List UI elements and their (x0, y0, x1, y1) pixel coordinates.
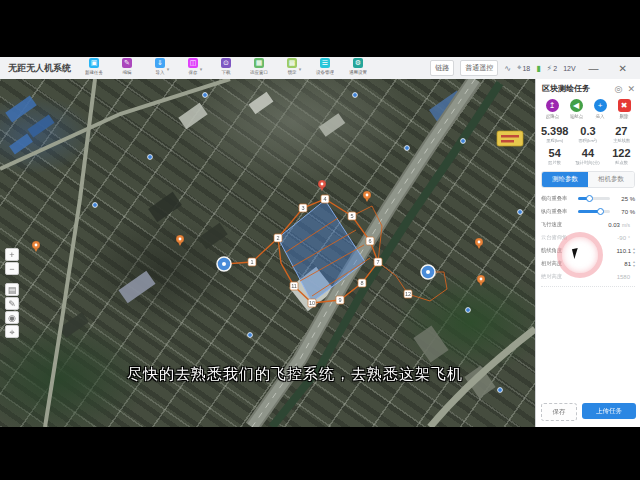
map-marker-layer: 123456789101112 (32, 93, 522, 393)
poi-dot (248, 333, 253, 338)
upload-mission-button[interactable]: 上传任务 (582, 403, 636, 419)
map-pin-icon[interactable] (363, 191, 371, 202)
action-返航点[interactable]: ◀返航点 (566, 99, 586, 119)
satellite-map[interactable]: 123456789101112 + − ▤✎◉⌖ 尽快的去熟悉我们的飞控系统，去… (0, 79, 535, 427)
toolbar-right: 链路 普通遥控 ∿⌖18▮⚡212V — ✕ (430, 60, 640, 76)
new-task-icon: ▣ (89, 58, 99, 68)
tab-survey-params[interactable]: 测绘参数 (542, 172, 588, 187)
eye-icon[interactable]: ◉ (5, 311, 19, 324)
flight-path (378, 262, 447, 301)
measure-icon[interactable]: ✎ (5, 297, 19, 310)
lock-icon: ▩ (287, 58, 297, 68)
highway-sign (497, 131, 523, 146)
drag-handle[interactable] (421, 265, 435, 279)
svg-text:8: 8 (360, 280, 363, 286)
edit-icon: ✎ (122, 58, 132, 68)
svg-text:4: 4 (323, 196, 326, 202)
stepper-arrows[interactable]: ▴▾ (633, 247, 635, 255)
poi-dot (498, 388, 503, 393)
parameter-tabs: 测绘参数 相机参数 (541, 171, 635, 188)
waypoint-marker[interactable]: 3 (299, 204, 307, 212)
video-subtitle: 尽快的去熟悉我们的飞控系统，去熟悉这架飞机 (0, 365, 535, 384)
action-删除[interactable]: ✖删除 (614, 99, 634, 119)
toolbar-fit-view[interactable]: ▦适应窗口 (246, 58, 272, 75)
divider (541, 286, 635, 287)
svg-text:2: 2 (276, 235, 279, 241)
waypoint-marker[interactable]: 12 (404, 290, 412, 298)
toolbar-download[interactable]: ⊙下载 (213, 58, 239, 75)
toolbar-save[interactable]: ◫保存▾ (180, 58, 206, 75)
mission-stats-row2: 54照片数44预计时间(分)122航点数 (536, 143, 640, 165)
toolbar-edit[interactable]: ✎编辑 (114, 58, 140, 75)
svg-text:3: 3 (301, 205, 304, 211)
poi-dot (203, 93, 208, 98)
param-slider[interactable] (578, 210, 610, 213)
camera-icon[interactable]: ◎ (615, 84, 623, 94)
layers-icon[interactable]: ▤ (5, 283, 19, 296)
poi-dot (405, 146, 410, 151)
waypoint-marker[interactable]: 4 (321, 195, 329, 203)
rc-mode-button[interactable]: 普通遥控 (460, 60, 498, 76)
zoom-in-button[interactable]: + (5, 248, 19, 261)
stat-面积(km²): 0.3面积(km²) (571, 125, 604, 143)
main-toolbar: 无距无人机系统 ▣新建任务✎编辑⇓导入▾◫保存▾⊙下载▦适应窗口▩锁定▾☰设备管… (0, 57, 640, 80)
toolbar-devices[interactable]: ☰设备管理 (312, 58, 338, 75)
locate-icon[interactable]: ⌖ (5, 325, 19, 338)
panel-close-icon[interactable]: ✕ (627, 84, 635, 94)
svg-text:1: 1 (250, 259, 253, 265)
tab-camera-params[interactable]: 相机参数 (588, 172, 634, 187)
toolbar-settings[interactable]: ⚙通用设置 (345, 58, 371, 75)
drag-handle[interactable] (217, 257, 231, 271)
waypoint-marker[interactable]: 7 (374, 258, 382, 266)
waypoint-marker[interactable]: 11 (290, 282, 298, 290)
link-icon: ∿ (504, 63, 511, 73)
waypoint-marker[interactable]: 8 (358, 279, 366, 287)
stat-里程(km): 5.398里程(km) (538, 125, 571, 143)
toolbar-import[interactable]: ⇓导入▾ (147, 58, 173, 75)
close-button[interactable]: ✕ (612, 63, 634, 74)
action-插入[interactable]: +插入 (590, 99, 610, 119)
map-pin-icon[interactable] (318, 180, 326, 191)
rc-icon: ⚡2 (547, 63, 558, 73)
stat-照片数: 54照片数 (538, 147, 571, 165)
slider-knob[interactable] (597, 208, 604, 215)
map-pin-icon[interactable] (176, 235, 184, 246)
waypoint-marker[interactable]: 1 (248, 258, 256, 266)
map-pin-icon[interactable] (475, 238, 483, 249)
waypoint-marker[interactable]: 9 (336, 296, 344, 304)
link-button[interactable]: 链路 (430, 60, 454, 76)
toolbar-lock[interactable]: ▩锁定▾ (279, 58, 305, 75)
action-起降点[interactable]: ↥起降点 (542, 99, 562, 119)
zoom-out-button[interactable]: − (5, 262, 19, 275)
save-button[interactable]: 保存 (541, 403, 577, 421)
map-pin-icon[interactable] (32, 241, 40, 252)
waypoint-marker[interactable]: 10 (308, 299, 316, 307)
top-letterbox (0, 0, 640, 57)
svg-text:5: 5 (350, 213, 353, 219)
poi-dot (518, 210, 523, 215)
bottom-letterbox (0, 427, 640, 480)
panel-title: 区块测绘任务 (542, 83, 610, 94)
import-icon: ⇓ (155, 58, 165, 68)
slider-knob[interactable] (586, 195, 593, 202)
toolbar-new-task[interactable]: ▣新建任务 (81, 58, 107, 75)
app-brand: 无距无人机系统 (8, 62, 71, 75)
stat-主航线数: 27主航线数 (605, 125, 638, 143)
satellite-icon: ⌖18 (517, 63, 530, 73)
minimize-button[interactable]: — (582, 63, 606, 74)
building-blocks (5, 91, 495, 399)
stepper-arrows[interactable]: ▴▾ (633, 260, 635, 268)
fit-view-icon: ▦ (254, 58, 264, 68)
devices-icon: ☰ (320, 58, 330, 68)
param-纵向重叠率: 纵向重叠率70 % (541, 205, 635, 218)
waypoint-marker[interactable]: 2 (274, 234, 282, 242)
map-pin-icon[interactable] (477, 275, 485, 286)
svg-text:6: 6 (368, 238, 371, 244)
poi-dot (466, 308, 471, 313)
param-slider[interactable] (578, 197, 610, 200)
stat-预计时间(分): 44预计时间(分) (571, 147, 604, 165)
waypoint-marker[interactable]: 5 (348, 212, 356, 220)
param-横向重叠率: 横向重叠率25 % (541, 192, 635, 205)
map-tools: ▤✎◉⌖ (5, 283, 19, 338)
waypoint-marker[interactable]: 6 (366, 237, 374, 245)
